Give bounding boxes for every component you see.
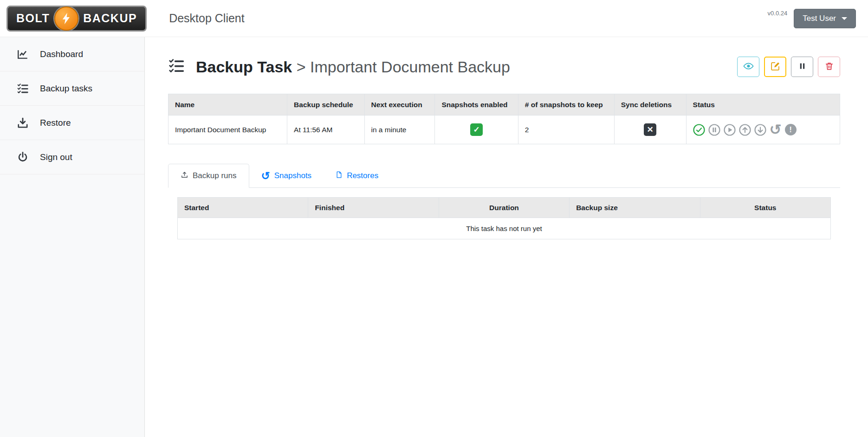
main-content: Backup Task > Important Document Backup (145, 37, 868, 437)
sidebar-item-dashboard[interactable]: Dashboard (0, 37, 144, 71)
logo-text-bolt: BOLT (16, 12, 50, 25)
check-badge-icon: ✓ (470, 123, 483, 136)
task-summary-table: Name Backup schedule Next execution Snap… (168, 94, 840, 144)
play-circle-icon[interactable] (724, 124, 736, 136)
column-header-status: Status (686, 94, 840, 116)
history-icon: ↺ (261, 172, 270, 180)
app-window: BOLT BACKUP Desktop Client v0.0.24 Test … (0, 0, 868, 437)
page-head: Backup Task > Important Document Backup (168, 57, 840, 77)
breadcrumb-separator: > (297, 58, 306, 76)
check-circle-icon (693, 124, 705, 136)
task-snapshots-enabled-cell: ✓ (435, 116, 518, 144)
page-title-main: Backup Task (196, 58, 292, 76)
topbar-right: v0.0.24 Test User (768, 9, 856, 28)
pause-circle-icon[interactable] (708, 124, 720, 136)
column-header-status: Status (700, 198, 830, 218)
sidebar: Dashboard Backup tasks Restore Sign out (0, 37, 145, 437)
pause-icon (798, 62, 807, 72)
app-title: Desktop Client (169, 12, 245, 25)
tab-backup-runs[interactable]: Backup runs (168, 164, 249, 188)
file-icon (336, 171, 343, 181)
sidebar-item-backup-tasks[interactable]: Backup tasks (0, 71, 144, 106)
runs-table-empty-row: This task has not run yet (178, 218, 831, 239)
task-table-row: Important Document Backup At 11:56 AM in… (168, 116, 840, 144)
upload-icon (181, 171, 188, 181)
chart-line-icon (16, 48, 30, 60)
delete-task-button[interactable] (818, 57, 840, 77)
exclamation-circle-icon[interactable]: ! (785, 124, 797, 135)
arrow-down-circle-icon[interactable] (754, 124, 766, 136)
caret-down-icon (842, 17, 847, 20)
runs-table-wrap: Started Finished Duration Backup size St… (168, 188, 840, 239)
view-task-button[interactable] (737, 57, 759, 77)
user-menu-label: Test User (803, 14, 836, 23)
column-header-sync-deletions: Sync deletions (614, 94, 686, 116)
download-icon (16, 117, 30, 129)
runs-table-header-row: Started Finished Duration Backup size St… (178, 198, 831, 218)
power-icon (16, 151, 30, 163)
task-status-icons: ↺ ! (693, 124, 833, 136)
trash-icon (825, 62, 834, 72)
backup-runs-table: Started Finished Duration Backup size St… (177, 197, 831, 239)
main-layout: Dashboard Backup tasks Restore Sign out (0, 37, 868, 437)
column-header-backup-size: Backup size (570, 198, 700, 218)
task-next-execution-cell: in a minute (364, 116, 435, 144)
column-header-snapshots-to-keep: # of snapshots to keep (518, 94, 614, 116)
logo-text-backup: BACKUP (83, 12, 137, 25)
user-menu-button[interactable]: Test User (794, 9, 856, 28)
top-header: BOLT BACKUP Desktop Client v0.0.24 Test … (0, 0, 868, 37)
empty-state-message: This task has not run yet (178, 218, 831, 239)
tab-label: Snapshots (274, 171, 311, 180)
task-action-buttons (737, 57, 840, 77)
column-header-finished: Finished (308, 198, 439, 218)
tab-label: Backup runs (193, 171, 237, 180)
tab-restores[interactable]: Restores (324, 164, 390, 188)
sidebar-item-label: Restore (40, 118, 71, 128)
history-icon[interactable]: ↺ (770, 124, 782, 136)
eye-icon (743, 61, 754, 73)
page-title: Backup Task > Important Document Backup (196, 58, 510, 76)
task-name-cell: Important Document Backup (168, 116, 287, 144)
tasks-icon (16, 83, 30, 95)
edit-icon (771, 61, 780, 72)
task-table-header-row: Name Backup schedule Next execution Snap… (168, 94, 840, 116)
tab-label: Restores (347, 171, 378, 180)
x-badge-icon: ✕ (644, 123, 656, 136)
sidebar-item-restore[interactable]: Restore (0, 106, 144, 140)
sidebar-item-sign-out[interactable]: Sign out (0, 140, 144, 174)
edit-task-button[interactable] (764, 57, 786, 77)
column-header-name: Name (168, 94, 287, 116)
lightning-bolt-icon (54, 6, 78, 31)
detail-tabs: Backup runs ↺ Snapshots Restores (168, 164, 840, 188)
app-logo: BOLT BACKUP (6, 6, 147, 32)
tab-snapshots[interactable]: ↺ Snapshots (249, 164, 324, 188)
column-header-duration: Duration (439, 198, 569, 218)
tasks-icon (168, 58, 185, 76)
column-header-backup-schedule: Backup schedule (287, 94, 364, 116)
task-sync-deletions-cell: ✕ (614, 116, 686, 144)
column-header-snapshots-enabled: Snapshots enabled (435, 94, 518, 116)
pause-task-button[interactable] (791, 57, 813, 77)
sidebar-item-label: Dashboard (40, 49, 83, 59)
column-header-started: Started (178, 198, 308, 218)
task-snapshots-to-keep-cell: 2 (518, 116, 614, 144)
column-header-next-execution: Next execution (364, 94, 435, 116)
task-schedule-cell: At 11:56 AM (287, 116, 364, 144)
arrow-up-circle-icon[interactable] (739, 124, 751, 136)
version-label: v0.0.24 (768, 10, 788, 17)
sidebar-item-label: Backup tasks (40, 84, 92, 94)
page-title-sub: Important Document Backup (310, 58, 510, 76)
sidebar-item-label: Sign out (40, 152, 72, 162)
title-wrap: Backup Task > Important Document Backup (168, 58, 510, 76)
task-status-cell: ↺ ! (686, 116, 840, 144)
